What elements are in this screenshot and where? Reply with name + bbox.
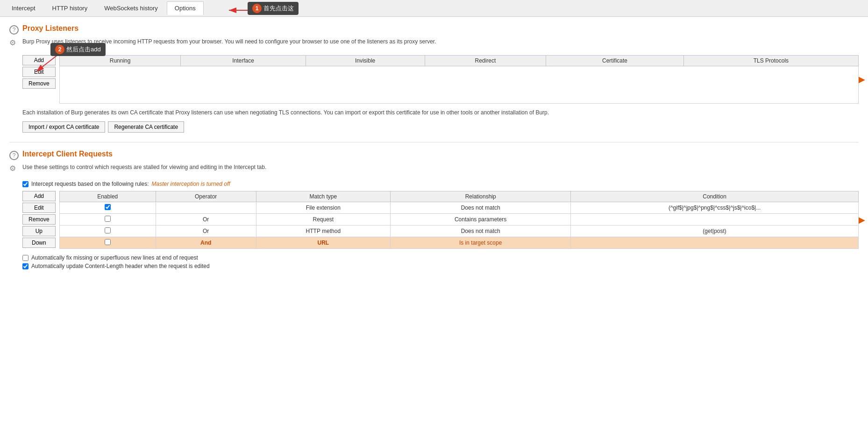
row-match-type: URL (256, 237, 390, 249)
tab-intercept[interactable]: Intercept (4, 1, 43, 15)
table-row: AndURLIs in target scope (59, 237, 858, 249)
row-operator: And (156, 237, 256, 249)
row-operator: Or (156, 226, 256, 237)
intercept-rules-table: Enabled Operator Match type Relationship… (59, 191, 859, 249)
question-icon-2: ? (9, 151, 19, 160)
row-condition: (get|post) (571, 226, 859, 237)
row-relationship: Does not match (391, 226, 571, 237)
auto-update-row: Automatically update Content-Length head… (22, 263, 859, 269)
regenerate-ca-button[interactable]: Regenerate CA certificate (108, 121, 184, 133)
row-condition (571, 214, 859, 226)
row-enabled-checkbox[interactable] (105, 239, 111, 245)
row-enabled-checkbox[interactable] (105, 216, 111, 222)
col-relationship: Relationship (391, 191, 571, 202)
col-interface: Interface (181, 56, 306, 66)
col-certificate: Certificate (546, 56, 684, 66)
intercept-checkbox-row: Intercept requests based on the followin… (22, 181, 859, 187)
bottom-checks: Automatically fix missing or superfluous… (22, 254, 859, 269)
add-listener-button[interactable]: Add (22, 55, 56, 65)
intercept-checkbox-label: Intercept requests based on the followin… (31, 181, 149, 187)
col-match-type: Match type (256, 191, 390, 202)
remove-listener-button[interactable]: Remove (22, 78, 56, 89)
annotation-circle-2: 2 (55, 45, 64, 54)
right-arrow-indicator-2: ▶ (859, 215, 865, 225)
auto-fix-label: Automatically fix missing or superfluous… (31, 254, 198, 261)
section-divider (9, 142, 859, 142)
add-rule-button[interactable]: Add (22, 191, 56, 201)
ca-buttons: Import / export CA certificate Regenerat… (22, 121, 859, 133)
main-content: ? Proxy Listeners ⚙ Burp Proxy uses list… (0, 17, 868, 437)
table-row: OrHTTP methodDoes not match(get|post) (59, 226, 858, 237)
row-match-type: Request (256, 214, 390, 226)
edit-rule-button[interactable]: Edit (22, 203, 56, 213)
intercept-checkbox[interactable] (22, 181, 28, 187)
row-relationship: Contains parameters (391, 214, 571, 226)
row-match-type: File extension (256, 202, 390, 214)
right-arrow-indicator-1: ▶ (859, 74, 865, 85)
import-export-ca-button[interactable]: Import / export CA certificate (22, 121, 105, 133)
tab-options[interactable]: Options (167, 1, 204, 15)
intercept-client-desc: Use these settings to control which requ… (22, 163, 266, 171)
row-enabled-checkbox[interactable] (105, 204, 111, 210)
intercept-client-title: Intercept Client Requests (22, 150, 113, 158)
annotation-circle-1: 1 (252, 4, 262, 13)
row-operator: Or (156, 214, 256, 226)
table-row-empty (59, 66, 858, 104)
row-match-type: HTTP method (256, 226, 390, 237)
ca-section: Each installation of Burp generates its … (22, 108, 859, 133)
annotation-bubble-2: 2然后点击add (50, 43, 106, 56)
auto-update-label: Automatically update Content-Length head… (31, 263, 210, 269)
proxy-listeners-title: Proxy Listeners (22, 24, 78, 33)
tab-http-history[interactable]: HTTP history (44, 1, 96, 15)
gear-icon-2: ⚙ (9, 164, 19, 173)
row-condition: (^gif$|^jpg$|^png$|^css$|^js$|^ico$|... (571, 202, 859, 214)
proxy-listeners-buttons: Add Edit Remove (22, 55, 56, 104)
intercept-client-section: ? Intercept Client Requests ⚙ Use these … (9, 150, 859, 269)
interception-status: Master interception is turned off (151, 181, 230, 187)
table-row: OrRequestContains parameters (59, 214, 858, 226)
tab-websockets-history[interactable]: WebSockets history (96, 1, 166, 15)
col-operator: Operator (156, 191, 256, 202)
row-relationship: Is in target scope (391, 237, 571, 249)
question-icon: ? (9, 25, 19, 35)
proxy-listeners-section: ? Proxy Listeners ⚙ Burp Proxy uses list… (9, 24, 859, 133)
auto-fix-checkbox[interactable] (22, 255, 28, 261)
row-condition (571, 237, 859, 249)
ca-desc: Each installation of Burp generates its … (22, 108, 859, 117)
col-enabled: Enabled (59, 191, 156, 202)
intercept-table-container: Add Edit Remove Up Down Enabled Operator… (22, 191, 859, 249)
col-condition: Condition (571, 191, 859, 202)
down-rule-button[interactable]: Down (22, 238, 56, 248)
intercept-action-buttons: Add Edit Remove Up Down (22, 191, 56, 249)
remove-rule-button[interactable]: Remove (22, 214, 56, 225)
row-relationship: Does not match (391, 202, 571, 214)
row-enabled-checkbox[interactable] (105, 227, 111, 233)
tab-bar: Intercept HTTP history WebSockets histor… (0, 0, 868, 17)
auto-update-checkbox[interactable] (22, 263, 28, 269)
col-redirect: Redirect (425, 56, 546, 66)
proxy-listeners-table: Running Interface Invisible Redirect Cer… (59, 55, 859, 104)
table-row: File extensionDoes not match(^gif$|^jpg$… (59, 202, 858, 214)
col-invisible: Invisible (306, 56, 425, 66)
edit-listener-button[interactable]: Edit (22, 67, 56, 77)
up-rule-button[interactable]: Up (22, 226, 56, 236)
annotation-bubble-1: 1首先点击这 (248, 2, 299, 15)
row-operator (156, 202, 256, 214)
gear-icon-1: ⚙ (9, 38, 19, 48)
col-running: Running (59, 56, 181, 66)
auto-fix-row: Automatically fix missing or superfluous… (22, 254, 859, 261)
col-tls-protocols: TLS Protocols (683, 56, 858, 66)
